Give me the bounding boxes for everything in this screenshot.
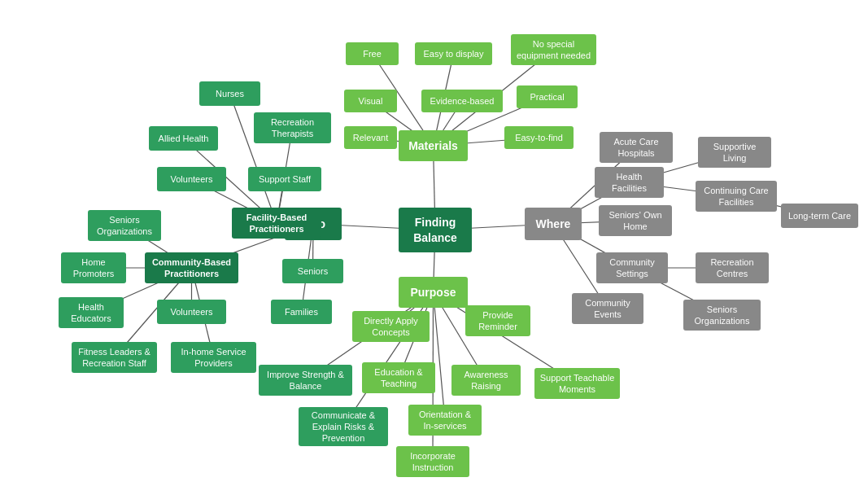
node-communicate: Communicate & Explain Risks & Prevention (299, 407, 388, 446)
node-support-staff: Support Staff (248, 167, 321, 191)
node-no-special: No special equipment needed (511, 34, 596, 65)
node-relevant: Relevant (344, 126, 397, 149)
node-education-teaching: Education & Teaching (362, 362, 435, 393)
node-inhome-service: In-home Service Providers (171, 342, 256, 373)
node-easy-find: Easy-to-find (504, 126, 574, 149)
node-evidence-based: Evidence-based (421, 90, 503, 112)
node-materials: Materials (399, 130, 468, 161)
node-long-term-care: Long-term Care (781, 204, 858, 228)
node-improve-strength: Improve Strength & Balance (259, 365, 352, 396)
node-community-based: Community-Based Practitioners (145, 252, 238, 283)
node-recreation-centres: Recreation Centres (696, 252, 769, 283)
node-supportive-living: Supportive Living (698, 137, 771, 168)
node-seniors-own-home: Seniors' Own Home (599, 205, 672, 236)
node-health-educators: Health Educators (59, 297, 124, 328)
node-health-facilities: Health Facilities (595, 167, 664, 198)
mind-map-canvas: Finding BalanceWhoMaterialsWherePurposeN… (0, 0, 868, 495)
node-acute-care: Acute Care Hospitals (600, 132, 673, 163)
node-incorporate: Incorporate Instruction (396, 446, 469, 477)
node-facility-based: Facility-Based Practitioners (232, 208, 321, 239)
node-volunteers-2: Volunteers (157, 300, 226, 324)
node-practical: Practical (517, 85, 578, 108)
node-where: Where (525, 208, 582, 240)
node-seniors-orgs-right: Seniors Organizations (683, 300, 761, 331)
node-home-promoters: Home Promoters (61, 252, 126, 283)
node-continuing-care: Continuing Care Facilities (696, 181, 777, 212)
node-free: Free (346, 42, 399, 65)
node-orientation-inservices: Orientation & In-services (408, 405, 482, 436)
node-support-teachable: Support Teachable Moments (534, 368, 620, 399)
node-directly-apply: Directly Apply Concepts (352, 311, 430, 342)
node-provide-reminder: Provide Reminder (465, 305, 530, 336)
node-seniors: Seniors (282, 259, 343, 283)
svg-line-44 (434, 292, 446, 420)
node-allied-health: Allied Health (149, 126, 218, 151)
node-awareness-raising: Awareness Raising (451, 365, 521, 396)
node-easy-display: Easy to display (415, 42, 492, 65)
node-seniors-orgs-left: Seniors Organizations (88, 210, 161, 241)
node-families: Families (271, 300, 332, 324)
node-community-events: Community Events (572, 293, 643, 324)
node-community-settings: Community Settings (596, 252, 668, 283)
node-purpose: Purpose (399, 277, 468, 308)
node-visual: Visual (344, 90, 397, 112)
node-nurses: Nurses (199, 81, 260, 106)
node-recreation-therapists: Recreation Therapists (254, 112, 331, 143)
node-finding-balance: Finding Balance (399, 208, 472, 252)
node-fitness-leaders: Fitness Leaders & Recreation Staff (72, 342, 157, 373)
node-volunteers-1: Volunteers (157, 167, 226, 191)
